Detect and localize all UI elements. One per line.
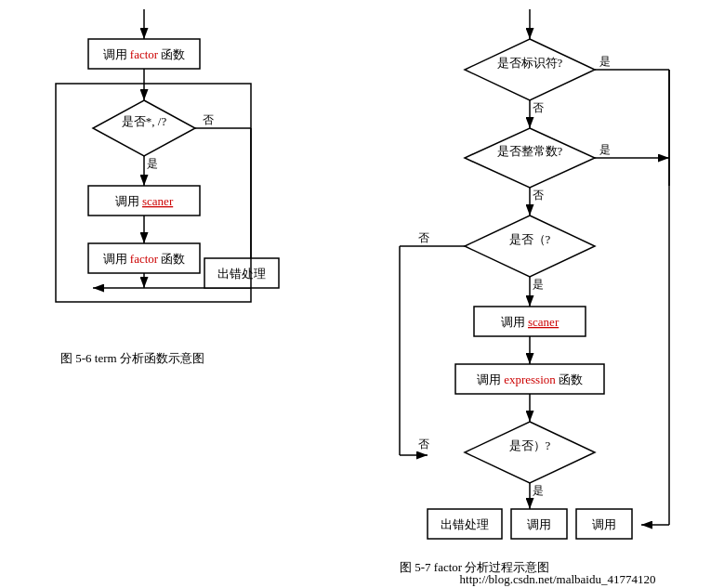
right-no3-label: 否 (418, 231, 429, 244)
right-yes1-label: 是 (599, 55, 611, 68)
right-call2-label: 调用 (592, 517, 616, 531)
watermark: http://blog.csdn.net/malbaidu_41774120 (460, 572, 656, 586)
right-yes3-label: 是 (533, 278, 544, 291)
left-call-factor-label: 调用 factor 函数 (103, 47, 186, 61)
left-call-factor2-label: 调用 factor 函数 (103, 252, 186, 266)
right-error-label: 出错处理 (441, 517, 489, 531)
right-diamond1-label: 是否标识符? (497, 56, 563, 70)
right-call-expression-label: 调用 expression 函数 (477, 372, 583, 386)
svg-marker-17 (465, 39, 595, 100)
right-call1-label: 调用 (527, 517, 551, 531)
right-yes4-label: 是 (533, 484, 544, 497)
left-error-label: 出错处理 (217, 267, 266, 281)
right-diamond2-label: 是否整常数? (497, 144, 563, 158)
right-no4-label: 否 (418, 438, 429, 451)
right-yes2-label: 是 (599, 143, 611, 156)
left-yes-label: 是 (147, 157, 158, 170)
svg-marker-24 (465, 216, 595, 277)
svg-marker-5 (93, 100, 195, 156)
left-call-scaner-label: 调用 scaner (115, 194, 174, 208)
svg-marker-21 (465, 128, 595, 188)
right-no2-label: 否 (533, 189, 544, 202)
left-caption: 图 5-6 term 分析函数示意图 (60, 351, 204, 365)
svg-marker-33 (465, 422, 595, 483)
right-diamond3-label: 是否（? (509, 232, 551, 246)
diagram-container: 调用 factor 函数 是否*, /? 否 是 调用 scaner 调用 fa… (0, 0, 724, 588)
right-call-scaner-label: 调用 scaner (501, 315, 559, 329)
left-no-label: 否 (203, 113, 214, 126)
left-diamond1-label: 是否*, /? (122, 114, 167, 128)
right-no1-label: 否 (533, 101, 544, 114)
right-diamond4-label: 是否）? (509, 438, 551, 452)
